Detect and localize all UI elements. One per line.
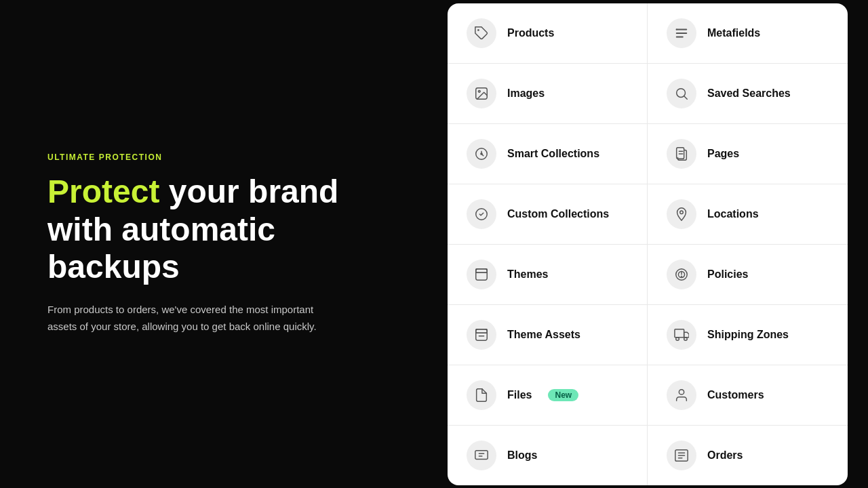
pages-label: Pages [707,148,739,160]
svg-point-28 [676,337,679,340]
grid-item-theme-assets[interactable]: Theme Assets [448,305,648,365]
svg-point-0 [477,29,479,31]
svg-line-8 [684,96,687,99]
smart-collections-label: Smart Collections [507,148,599,160]
grid-item-blogs[interactable]: Blogs [448,426,648,485]
theme-assets-label: Theme Assets [507,329,580,341]
headline: Protect your brandwith automatic backups [47,173,400,285]
svg-rect-17 [476,268,488,272]
overline: ULTIMATE PROTECTION [47,152,400,162]
saved-searches-label: Saved Searches [707,87,791,100]
shipping-zones-icon [667,320,696,350]
customers-icon [667,380,696,410]
svg-point-30 [679,389,684,394]
grid-item-smart-collections[interactable]: Smart Collections [448,124,648,184]
new-badge: New [548,389,578,401]
locations-label: Locations [707,208,759,220]
svg-point-29 [684,337,688,340]
svg-point-22 [682,276,682,277]
svg-rect-4 [676,28,677,30]
svg-rect-27 [675,329,684,337]
blogs-label: Blogs [507,449,537,462]
themes-icon [467,260,496,289]
grid-item-products[interactable]: Products [448,3,648,64]
pages-icon [667,139,696,169]
svg-rect-24 [476,329,488,333]
orders-label: Orders [707,449,743,462]
customers-label: Customers [707,389,764,401]
description: From products to orders, we've covered t… [47,302,339,336]
orders-icon [667,441,696,470]
metafields-label: Metafields [707,27,760,39]
policies-icon [667,260,696,289]
metafields-icon [667,18,696,48]
svg-point-10 [480,152,483,155]
grid-item-locations[interactable]: Locations [648,184,848,245]
locations-icon [667,199,696,229]
grid-item-themes[interactable]: Themes [448,245,648,305]
headline-highlight: Protect [47,174,159,209]
smart-collections-icon [467,139,496,169]
custom-collections-label: Custom Collections [507,208,609,220]
theme-assets-icon [467,320,496,350]
svg-point-7 [677,88,686,97]
blogs-icon [467,441,496,470]
themes-label: Themes [507,268,548,281]
files-icon [467,380,496,410]
saved-searches-icon [667,79,696,108]
shipping-zones-label: Shipping Zones [707,329,789,341]
images-label: Images [507,87,545,100]
svg-rect-1 [676,28,688,30]
grid-item-files[interactable]: FilesNew [448,365,648,426]
products-label: Products [507,27,554,39]
grid-item-metafields[interactable]: Metafields [648,3,848,64]
grid-item-shipping-zones[interactable]: Shipping Zones [648,305,848,365]
grid-item-customers[interactable]: Customers [648,365,848,426]
grid-item-orders[interactable]: Orders [648,426,848,485]
left-panel: ULTIMATE PROTECTION Protect your brandwi… [0,112,448,375]
grid-item-images[interactable]: Images [448,64,648,124]
grid-item-saved-searches[interactable]: Saved Searches [648,64,848,124]
grid-item-policies[interactable]: Policies [648,245,848,305]
policies-label: Policies [707,268,748,281]
svg-rect-2 [676,33,688,34]
grid-panel: ProductsMetafieldsImagesSaved SearchesSm… [448,3,848,485]
products-icon [467,18,496,48]
images-icon [467,79,496,108]
svg-rect-16 [476,268,488,280]
svg-rect-23 [476,329,488,340]
custom-collections-icon [467,199,496,229]
svg-point-6 [478,90,480,92]
files-label: Files [507,389,532,401]
svg-point-15 [680,210,684,214]
svg-rect-3 [676,36,684,37]
grid-item-pages[interactable]: Pages [648,124,848,184]
grid-item-custom-collections[interactable]: Custom Collections [448,184,648,245]
